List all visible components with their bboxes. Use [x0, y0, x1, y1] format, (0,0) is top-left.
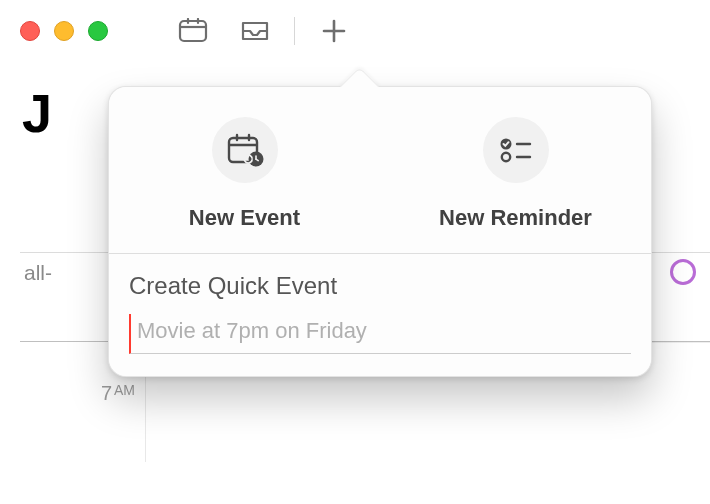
new-reminder-option[interactable]: New Reminder [380, 117, 651, 231]
calendars-toolbar-button[interactable] [170, 13, 216, 49]
window-controls [20, 21, 108, 41]
reminders-icon [497, 135, 535, 165]
new-reminder-icon-wrap [483, 117, 549, 183]
inbox-icon [240, 20, 270, 42]
time-hour: 7 [101, 382, 112, 404]
calendar-add-icon [226, 133, 264, 167]
minimize-window-button[interactable] [54, 21, 74, 41]
time-ampm: AM [114, 382, 135, 398]
plus-icon [321, 18, 347, 44]
new-event-label: New Event [189, 205, 300, 231]
close-window-button[interactable] [20, 21, 40, 41]
quick-event-input[interactable] [129, 314, 631, 354]
svg-rect-0 [180, 21, 206, 41]
zoom-window-button[interactable] [88, 21, 108, 41]
toolbar-separator [294, 17, 295, 45]
quick-event-title: Create Quick Event [129, 272, 631, 300]
new-event-icon-wrap [212, 117, 278, 183]
all-day-event-marker[interactable] [670, 259, 696, 285]
add-toolbar-button[interactable] [311, 13, 357, 49]
new-event-popover: New Event New Reminder [108, 86, 652, 377]
calendar-window: J all- … 7AM [0, 0, 710, 504]
inbox-toolbar-button[interactable] [232, 13, 278, 49]
toolbar [170, 0, 357, 62]
new-reminder-label: New Reminder [439, 205, 592, 231]
calendar-icon [178, 18, 208, 44]
popover-options: New Event New Reminder [109, 87, 651, 253]
svg-point-15 [501, 153, 509, 161]
new-event-option[interactable]: New Event [109, 117, 380, 231]
quick-event-section: Create Quick Event [109, 254, 651, 376]
popover-inner: New Event New Reminder [109, 87, 651, 376]
window-titlebar [0, 0, 710, 62]
